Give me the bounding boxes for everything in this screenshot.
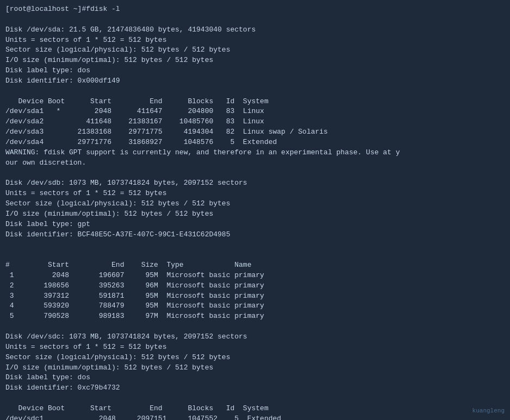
terminal-content: Disk /dev/sda: 21.5 GB, 21474836480 byte… xyxy=(5,15,505,420)
terminal-output: [root@localhost ~]#fdisk -l xyxy=(5,4,505,15)
watermark-text: kuangleng xyxy=(472,407,505,416)
terminal-body: Disk /dev/sda: 21.5 GB, 21474836480 byte… xyxy=(5,15,505,420)
prompt-line: [root@localhost ~]#fdisk -l xyxy=(5,5,120,13)
